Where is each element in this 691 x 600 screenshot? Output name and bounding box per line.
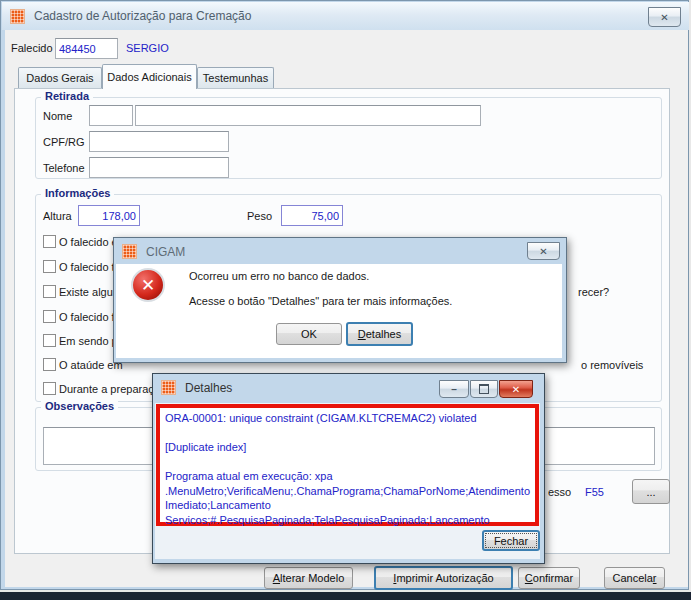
close-icon: ✕	[660, 12, 668, 23]
tab-label: Dados Adicionais	[107, 71, 191, 83]
close-icon: ✕	[512, 384, 520, 395]
checkbox-3-label-fragment: recer?	[578, 286, 609, 298]
cancelar-button[interactable]: Cancelar	[604, 567, 665, 589]
bottom-edge-strip	[0, 592, 691, 600]
minimize-button[interactable]: –	[439, 380, 469, 398]
detalhes-button[interactable]: Detalhes	[346, 322, 413, 346]
details-dialog-title: Detalhes	[185, 381, 232, 395]
details-line: Programa atual em execução: xpa	[165, 469, 530, 484]
checkbox-7-label: Durante a preparação	[59, 383, 166, 395]
imprimir-autorizacao-label: Imprimir Autorização	[393, 572, 493, 584]
details-line: [Duplicate index]	[165, 440, 530, 455]
browse-dots-label: ...	[646, 486, 655, 498]
checkbox-1[interactable]	[43, 235, 56, 248]
close-icon: ✕	[539, 246, 547, 257]
ok-label: OK	[301, 328, 317, 340]
details-dialog: Detalhes – ✕ ORA-00001: unique constrain…	[152, 373, 545, 564]
processo-value: F55	[585, 486, 604, 498]
window-title: Cadastro de Autorização para Cremação	[34, 9, 251, 23]
details-line: Servicos;#.PesquisaPaginada;TelaPesquisa…	[165, 513, 530, 528]
checkbox-7[interactable]	[43, 382, 56, 395]
checkbox-6[interactable]	[43, 358, 56, 371]
confirmar-button[interactable]: Confirmar	[518, 567, 580, 589]
group-observacoes-title: Observações	[41, 400, 118, 412]
tab-label: Testemunhas	[203, 72, 268, 84]
cpf-rg-input[interactable]	[89, 131, 229, 152]
altura-label: Altura	[43, 210, 72, 222]
error-dialog-titlebar[interactable]: CIGAM	[114, 238, 566, 265]
details-line: ORA-00001: unique constraint (CIGAM.KLTC…	[165, 411, 530, 426]
falecido-code-input[interactable]	[55, 38, 118, 59]
group-retirada: Retirada Nome CPF/RG Telefone	[35, 97, 662, 179]
checkbox-4-label: O falecido fo	[59, 311, 121, 323]
alterar-modelo-button[interactable]: Alterar Modelo	[264, 567, 353, 589]
main-titlebar[interactable]: Cadastro de Autorização para Cremação	[2, 2, 689, 30]
minimize-icon: –	[451, 384, 457, 395]
maximize-icon	[479, 384, 489, 394]
tab-dados-adicionais[interactable]: Dados Adicionais	[102, 64, 197, 89]
telefone-input[interactable]	[89, 157, 229, 178]
error-dialog-body: ✕ Ocorreu um erro no banco de dados. Ace…	[116, 264, 562, 358]
error-x-glyph: ✕	[141, 275, 155, 296]
group-informacoes-title: Informações	[41, 187, 114, 199]
processo-browse-button[interactable]: ...	[632, 479, 670, 504]
screen: Cadastro de Autorização para Cremação ✕ …	[0, 0, 691, 600]
details-line: Imediato;Lancamento	[165, 498, 530, 513]
telefone-label: Telefone	[43, 162, 85, 174]
checkbox-3[interactable]	[43, 285, 56, 298]
error-dialog: CIGAM ✕ ✕ Ocorreu um erro no banco de da…	[113, 237, 567, 363]
details-close-button[interactable]: ✕	[499, 380, 533, 398]
tab-label: Dados Gerais	[26, 72, 93, 84]
error-dialog-title: CIGAM	[146, 245, 185, 259]
peso-input[interactable]	[281, 205, 343, 226]
maximize-button[interactable]	[470, 380, 498, 398]
detalhes-label: Detalhes	[358, 328, 401, 340]
fechar-label: Fechar	[494, 535, 528, 547]
altura-input[interactable]	[78, 205, 140, 226]
falecido-label: Falecido	[11, 42, 53, 54]
group-retirada-title: Retirada	[41, 90, 93, 102]
error-dialog-close-button[interactable]: ✕	[527, 242, 560, 260]
close-button[interactable]: ✕	[648, 7, 681, 27]
details-line	[165, 426, 530, 441]
details-dialog-body: ORA-00001: unique constraint (CIGAM.KLTC…	[155, 403, 540, 559]
nome-code-input[interactable]	[89, 105, 133, 126]
error-message-line1: Ocorreu um erro no banco de dados.	[189, 270, 369, 282]
fechar-button[interactable]: Fechar	[482, 530, 540, 551]
checkbox-2[interactable]	[43, 260, 56, 273]
checkbox-1-label: O falecido e	[59, 236, 118, 248]
error-icon: ✕	[131, 268, 165, 302]
cpf-rg-label: CPF/RG	[43, 136, 85, 148]
checkbox-5[interactable]	[43, 334, 56, 347]
tab-dados-gerais[interactable]: Dados Gerais	[18, 67, 102, 88]
alterar-modelo-label: Alterar Modelo	[273, 572, 345, 584]
tab-testemunhas[interactable]: Testemunhas	[197, 67, 274, 88]
confirmar-label: Confirmar	[525, 572, 573, 584]
processo-label-fragment: esso	[548, 486, 571, 498]
cancelar-label: Cancelar	[612, 572, 656, 584]
app-icon	[10, 9, 25, 24]
app-icon	[122, 244, 137, 259]
details-line	[165, 455, 530, 470]
error-message-line2: Acesse o botão "Detalhes" para ter mais …	[189, 295, 452, 307]
details-line: .MenuMetro;VerificaMenu;.ChamaPrograma;C…	[165, 484, 530, 499]
imprimir-autorizacao-button[interactable]: Imprimir Autorização	[374, 566, 513, 590]
nome-label: Nome	[43, 110, 72, 122]
nome-input[interactable]	[135, 105, 481, 126]
peso-label: Peso	[247, 210, 272, 222]
app-icon	[161, 380, 176, 395]
falecido-name-text: SERGIO	[126, 42, 169, 54]
error-details-textbox[interactable]: ORA-00001: unique constraint (CIGAM.KLTC…	[156, 404, 539, 526]
ok-button[interactable]: OK	[276, 323, 342, 345]
checkbox-2-label: O falecido ti	[59, 261, 117, 273]
checkbox-4[interactable]	[43, 310, 56, 323]
checkbox-6-label-fragment: o removíveis	[581, 359, 643, 371]
